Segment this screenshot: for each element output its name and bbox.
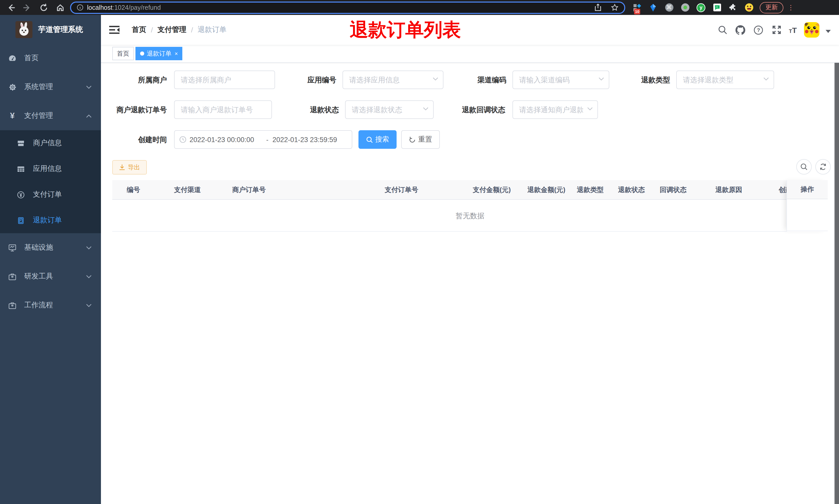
- close-icon[interactable]: ×: [175, 51, 178, 56]
- sidebar-item-workflow[interactable]: 工作流程: [0, 291, 101, 320]
- date-start-value[interactable]: 2022-01-23 00:00:00: [190, 136, 262, 143]
- refund-type-select[interactable]: [676, 71, 774, 89]
- sidebar-item-refund-order[interactable]: 退款订单: [0, 208, 101, 233]
- extension-badge: 10: [634, 8, 640, 14]
- create-time-range-picker[interactable]: 2022-01-23 00:00:00 - 2022-01-23 23:59:5…: [174, 130, 352, 149]
- app-title: 芋道管理系统: [38, 24, 83, 34]
- sidebar-item-pay-order[interactable]: 支付订单: [0, 182, 101, 208]
- breadcrumb-pay[interactable]: 支付管理: [158, 25, 186, 35]
- column-header: 退款原因: [710, 185, 773, 194]
- active-dot: [140, 52, 144, 56]
- navbar: 首页 / 支付管理 / 退款订单 退款订单列表 ?: [101, 15, 839, 45]
- refund-table: 编号 支付渠道 商户订单号 支付订单号 支付金额(元) 退款金额(元) 退款类型…: [112, 180, 828, 232]
- column-header: 创建时间: [773, 185, 786, 194]
- merchant-label: 所属商户: [85, 71, 167, 89]
- operation-fixed-column: 操作: [786, 180, 828, 232]
- grid-icon: [17, 165, 25, 173]
- sidebar-fold-icon[interactable]: [109, 25, 120, 35]
- column-header: 支付订单号: [379, 185, 468, 194]
- refund-type-input[interactable]: [676, 71, 774, 89]
- extension-command-icon[interactable]: ⌘: [664, 3, 674, 12]
- date-end-value[interactable]: 2022-01-23 23:59:59: [272, 136, 345, 143]
- site-info-icon[interactable]: [76, 4, 84, 11]
- empty-placeholder: 暂无数据: [112, 200, 828, 232]
- chevron-down-icon: [86, 246, 92, 249]
- column-header: 退款类型: [572, 185, 613, 194]
- refund-type-label: 退款类型: [588, 71, 670, 89]
- column-header: 退款金额(元): [522, 185, 572, 194]
- notify-status-select[interactable]: [513, 101, 598, 119]
- yen-circle-icon: [17, 191, 25, 198]
- column-header: 支付渠道: [169, 185, 227, 194]
- tag-home[interactable]: 首页: [112, 47, 134, 60]
- column-header: 支付金额(元): [468, 185, 522, 194]
- sidebar-logo[interactable]: 芋道管理系统: [0, 15, 101, 44]
- column-header: 退款状态: [613, 185, 655, 194]
- dashboard-icon: [8, 54, 17, 62]
- logo-rabbit-image: [15, 21, 33, 38]
- browser-forward-icon[interactable]: [23, 3, 32, 12]
- url-text[interactable]: localhost:1024/pay/refund: [87, 4, 589, 11]
- breadcrumb-current: 退款订单: [198, 25, 227, 35]
- fullscreen-icon[interactable]: [771, 24, 782, 36]
- caret-down-icon[interactable]: [826, 30, 831, 33]
- tag-refund-order[interactable]: 退款订单 ×: [136, 47, 183, 60]
- address-bar[interactable]: localhost:1024/pay/refund: [70, 1, 625, 14]
- extension-tiles-icon[interactable]: 10: [632, 3, 642, 12]
- search-button[interactable]: 搜索: [358, 130, 397, 149]
- avatar[interactable]: [804, 22, 819, 38]
- chevron-down-icon: [86, 275, 92, 278]
- sidebar-item-app-info[interactable]: 应用信息: [0, 156, 101, 182]
- operation-empty-cell: [787, 199, 828, 231]
- bookmark-star-icon[interactable]: [610, 3, 619, 12]
- reset-button[interactable]: 重置: [401, 130, 440, 149]
- column-header: 商户订单号: [227, 185, 379, 194]
- extension-emoji-icon[interactable]: [744, 3, 753, 12]
- column-header: 回调状态: [655, 185, 710, 194]
- toggle-search-button[interactable]: [796, 159, 812, 175]
- browser-menu-icon[interactable]: ⋮: [787, 5, 794, 10]
- export-button[interactable]: 导出: [112, 160, 147, 175]
- github-icon[interactable]: [735, 24, 746, 36]
- briefcase-icon: [8, 301, 17, 309]
- font-size-icon[interactable]: TT: [789, 25, 797, 34]
- refund-status-input[interactable]: [345, 101, 434, 119]
- extension-chat-icon[interactable]: [712, 3, 721, 12]
- gear-icon: [8, 83, 17, 91]
- briefcase-icon: [8, 272, 17, 281]
- breadcrumb-home[interactable]: 首页: [132, 25, 146, 35]
- sidebar-item-devtools[interactable]: 研发工具: [0, 262, 101, 291]
- browser-reload-icon[interactable]: [39, 3, 49, 12]
- merchant-refund-no-label: 商户退款订单号: [85, 101, 167, 119]
- column-header-operation: 操作: [787, 180, 828, 199]
- yen-icon: ¥: [8, 112, 17, 120]
- browser-home-icon[interactable]: [56, 3, 65, 12]
- page-title-annotation: 退款订单列表: [350, 20, 461, 40]
- browser-update-button[interactable]: 更新: [760, 2, 783, 13]
- shop-icon: [17, 139, 25, 147]
- extension-gem-icon[interactable]: [648, 3, 658, 12]
- refund-status-select[interactable]: [345, 101, 434, 119]
- browser-back-icon[interactable]: [6, 3, 15, 12]
- sidebar-item-home[interactable]: 首页: [0, 44, 101, 73]
- content: 所属商户 应用编号 渠道编码 退款类型: [101, 63, 839, 504]
- refund-doc-icon: [17, 216, 25, 224]
- share-icon[interactable]: [593, 3, 603, 12]
- refresh-button[interactable]: [815, 159, 831, 175]
- notify-status-label: 退款回调状态: [423, 101, 505, 119]
- notify-status-input[interactable]: [513, 101, 598, 119]
- extension-record-icon[interactable]: [680, 3, 690, 12]
- extensions-puzzle-icon[interactable]: [728, 3, 737, 12]
- sidebar-item-infra[interactable]: 基础设施: [0, 233, 101, 262]
- channel-label: 渠道编码: [424, 71, 506, 89]
- clock-icon: [179, 136, 186, 143]
- column-header: 编号: [112, 185, 169, 194]
- tags-view: 首页 退款订单 ×: [101, 45, 839, 63]
- table-header: 编号 支付渠道 商户订单号 支付订单号 支付金额(元) 退款金额(元) 退款类型…: [112, 180, 786, 200]
- header-search-icon[interactable]: [717, 24, 728, 36]
- chevron-down-icon: [86, 304, 92, 307]
- page-scrollbar[interactable]: [834, 15, 839, 504]
- help-icon[interactable]: ?: [753, 24, 764, 36]
- create-time-label: 创建时间: [85, 130, 167, 149]
- extension-y-icon[interactable]: y: [696, 3, 706, 12]
